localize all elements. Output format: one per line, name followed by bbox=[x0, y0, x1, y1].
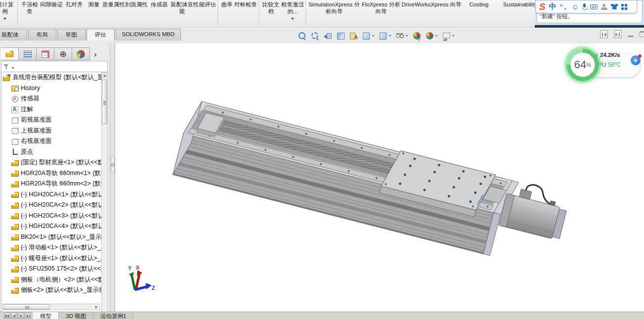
tree-item[interactable]: 直线滑台装配模型 (默认<默认_显示 bbox=[1, 72, 101, 83]
apply-scene-icon[interactable] bbox=[424, 31, 439, 41]
ribbon-button[interactable]: FloXpress 分析向导 bbox=[361, 0, 401, 25]
memory-usage-ring[interactable]: 64% bbox=[566, 48, 599, 81]
tree-item[interactable]: (-) 螺母座<1> (默认<<默认>_显 bbox=[1, 253, 101, 264]
propertymanager-tab[interactable] bbox=[19, 47, 37, 60]
previous-frame-button[interactable] bbox=[11, 313, 17, 319]
scroll-thumb[interactable] bbox=[102, 80, 107, 124]
panel-splitter[interactable] bbox=[110, 44, 115, 312]
display-style-icon[interactable] bbox=[378, 31, 392, 41]
tree-horizontal-scrollbar[interactable] bbox=[1, 304, 100, 310]
feature-tree: 直线滑台装配模型 (默认<默认_显示 History 传感器 注解 bbox=[1, 72, 101, 319]
tree-item[interactable]: (-) HGH20CA<1> (默认<<默认 bbox=[1, 189, 101, 200]
collapse-right-pane-button[interactable] bbox=[614, 30, 622, 38]
command-tab[interactable]: 装配体 bbox=[0, 29, 27, 41]
next-frame-button[interactable] bbox=[18, 313, 24, 319]
tree-item[interactable]: (-) HGH20CA<4> (默认<<默认 bbox=[1, 221, 101, 232]
ribbon-button[interactable]: 性能评估 bbox=[193, 0, 216, 25]
scroll-thumb[interactable] bbox=[3, 304, 50, 310]
annotation-view-icon[interactable] bbox=[348, 31, 359, 41]
system-monitor-widget[interactable]: 24.2K/s CPU 58℃ + 64% bbox=[566, 48, 642, 84]
tree-item[interactable]: 前视基准面 bbox=[1, 115, 101, 126]
chinese-mode-icon[interactable]: 中 bbox=[549, 2, 557, 11]
ribbon-button[interactable]: 剖面属性 bbox=[125, 0, 148, 25]
ribbon-button[interactable]: 干涉检查 bbox=[17, 0, 40, 25]
splitter-grip[interactable] bbox=[111, 156, 115, 173]
tree-item[interactable]: 侧板<2> (默认<<默认>_显示状 bbox=[1, 285, 101, 296]
configurationmanager-tab[interactable] bbox=[37, 47, 54, 60]
ribbon-button[interactable]: DriveWorksXpress 向导 bbox=[401, 0, 462, 25]
tree-item[interactable]: (固定) 型材底座<1> (默认<<默 bbox=[1, 157, 101, 168]
microphone-icon[interactable] bbox=[582, 3, 587, 10]
graphics-viewport[interactable]: Y X Z bbox=[115, 44, 644, 312]
ribbon-button[interactable]: 测量 bbox=[86, 0, 102, 25]
ribbon-button[interactable]: 检查激活的... bbox=[281, 0, 304, 25]
hide-show-items-icon[interactable] bbox=[394, 31, 409, 41]
scroll-right-arrow[interactable] bbox=[94, 305, 99, 310]
ribbon-button[interactable]: 孔对齐 bbox=[63, 0, 86, 25]
tree-item[interactable]: (-) HGH20CA<3> (默认<<默认 bbox=[1, 211, 101, 222]
ribbon-button[interactable]: 间隙验证 bbox=[40, 0, 63, 25]
section-view-icon[interactable] bbox=[335, 31, 346, 41]
tree-item[interactable]: HGR20A导轨 660mm<2> (默认 bbox=[1, 179, 101, 189]
ribbon-button[interactable]: 比较文档 bbox=[258, 0, 281, 25]
sogou-ime-bar[interactable]: S 中 °， bbox=[535, 0, 637, 13]
sogou-logo-icon[interactable]: S bbox=[539, 2, 546, 12]
ribbon-button[interactable]: Sustainability bbox=[496, 0, 535, 25]
tree-filter-bar[interactable] bbox=[1, 61, 108, 72]
command-tab[interactable]: SOLIDWORKS MBD bbox=[116, 29, 181, 41]
dimxpertmanager-tab[interactable] bbox=[54, 47, 72, 60]
ribbon-button[interactable]: 曲率 bbox=[217, 0, 234, 25]
edit-appearance-icon[interactable] bbox=[411, 31, 422, 41]
zoom-fit-icon[interactable] bbox=[297, 31, 307, 41]
tab-band: 装配体 布局 草图 评估 SOLIDWORKS MBD bbox=[0, 28, 644, 44]
last-frame-button[interactable] bbox=[25, 313, 31, 319]
view-orientation-icon[interactable] bbox=[361, 31, 376, 41]
featuremanager-tab[interactable] bbox=[1, 47, 19, 60]
view-settings-icon[interactable] bbox=[441, 31, 456, 41]
document-tab[interactable]: 运动算例1 bbox=[93, 312, 133, 319]
ribbon-button[interactable]: Costing bbox=[462, 0, 496, 25]
collapse-left-pane-button[interactable] bbox=[600, 30, 608, 38]
tree-item[interactable]: 侧板（电机侧）<2> (默认<<默 bbox=[1, 274, 101, 285]
ribbon-button[interactable]: SimulationXpress 分析向导 bbox=[305, 0, 361, 25]
tree-item[interactable]: History bbox=[1, 83, 101, 94]
tree-item[interactable]: 右视基准面 bbox=[1, 136, 101, 147]
document-tab[interactable]: 模型 bbox=[33, 312, 59, 319]
document-tab[interactable]: 3D 视图 bbox=[59, 312, 93, 319]
tree-item[interactable]: 上视基准面 bbox=[1, 126, 101, 137]
emoticon-icon[interactable] bbox=[571, 2, 579, 11]
toolbox-icon[interactable] bbox=[621, 4, 627, 10]
notification-dot bbox=[638, 54, 642, 58]
zoom-area-icon[interactable] bbox=[309, 31, 320, 41]
tree-item[interactable]: 原点 bbox=[1, 147, 101, 158]
tree-vertical-scrollbar[interactable] bbox=[101, 72, 108, 319]
tree-item[interactable]: 传感器 bbox=[1, 93, 101, 104]
ribbon-button[interactable]: 装配体直观 bbox=[171, 0, 193, 25]
ribbon-button[interactable]: 质量属性 bbox=[102, 0, 125, 25]
tree-item[interactable]: (-) HGH20CA<2> (默认<<默认 bbox=[1, 200, 101, 211]
dropdown-arrow-icon bbox=[291, 18, 294, 20]
displaymanager-tab[interactable] bbox=[72, 47, 90, 60]
skin-icon[interactable] bbox=[611, 4, 618, 9]
tree-item[interactable]: (-) SFU2505 175<2> (默认<<默 bbox=[1, 264, 101, 274]
previous-view-icon[interactable] bbox=[322, 31, 333, 41]
tree-item[interactable]: (-) 滑动板<1> (默认<<默认>_显 bbox=[1, 242, 101, 253]
login-icon[interactable] bbox=[601, 4, 607, 10]
first-frame-button[interactable] bbox=[4, 313, 10, 319]
restore-button[interactable] bbox=[640, 31, 644, 37]
tree-item[interactable]: BK20<1> (默认<<默认>_显示状 bbox=[1, 232, 101, 243]
ribbon-button[interactable]: 设计算例 bbox=[0, 0, 16, 25]
command-tab[interactable]: 布局 bbox=[28, 29, 56, 41]
ribbon-button[interactable]: 对称检查 bbox=[234, 0, 257, 25]
tree-item[interactable]: HGR20A导轨 660mm<1> (默认 bbox=[1, 168, 101, 179]
expand-tabs-button[interactable] bbox=[90, 47, 101, 60]
minimize-button[interactable] bbox=[628, 36, 634, 37]
command-tab[interactable]: 评估 bbox=[86, 29, 115, 41]
scroll-up-arrow[interactable] bbox=[102, 73, 107, 79]
tree-item-label: 直线滑台装配模型 (默认<默认_显示 bbox=[12, 73, 101, 82]
command-tab[interactable]: 草图 bbox=[57, 29, 86, 41]
ribbon-button[interactable]: 传感器 bbox=[148, 0, 171, 25]
tree-item[interactable]: 注解 bbox=[1, 104, 101, 115]
punctuation-icon[interactable]: °， bbox=[560, 2, 568, 11]
soft-keyboard-icon[interactable] bbox=[590, 4, 598, 9]
